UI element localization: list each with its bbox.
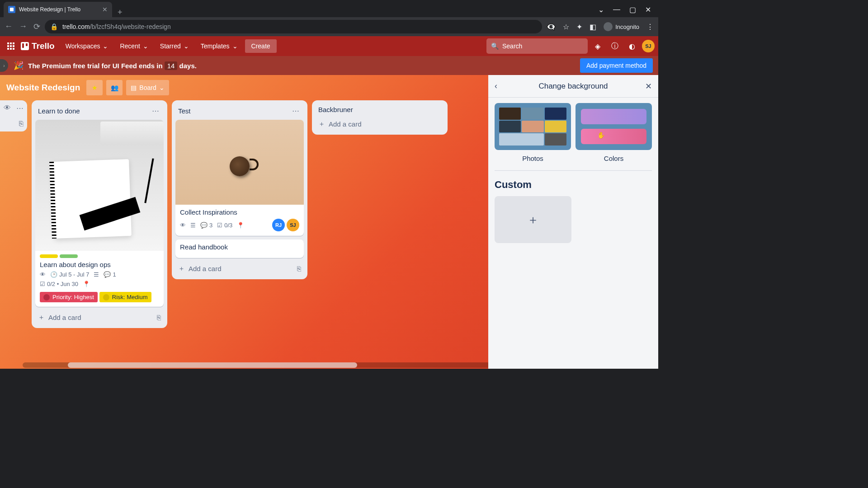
extensions-icon[interactable]: ✦ — [576, 23, 582, 31]
trello-favicon — [8, 6, 15, 13]
apps-switcher-icon[interactable] — [4, 39, 18, 53]
watch-icon: 👁 — [40, 271, 46, 278]
add-card-button[interactable]: ＋ Add a card⎘ — [175, 262, 304, 276]
maximize-icon[interactable]: ▢ — [629, 5, 636, 14]
list-title[interactable]: Backbruner — [318, 106, 441, 113]
card-title: Collect Inspirations — [180, 208, 299, 216]
cursor-icon: ✋ — [597, 131, 605, 139]
list-title[interactable]: Test — [178, 107, 290, 115]
bookmark-star-icon[interactable]: ☆ — [563, 23, 569, 31]
scrollbar-thumb[interactable] — [68, 362, 357, 368]
nav-templates[interactable]: Templates — [196, 40, 242, 52]
browser-menu-icon[interactable]: ⋮ — [646, 23, 654, 31]
list-test: Test ⋯ Collect Inspirations 👁 ☰ 💬 3 ☑ 0/… — [172, 100, 307, 279]
trello-logo-icon — [21, 42, 29, 50]
address-bar[interactable]: 🔒 trello.com/b/lzcfSh4q/website-redesign — [45, 20, 542, 33]
star-board-button[interactable]: ★ — [86, 80, 103, 95]
create-button[interactable]: Create — [245, 39, 277, 53]
banner-text: The Premium free trial for UI Feed ends … — [28, 62, 197, 70]
template-icon[interactable]: ⎘ — [297, 265, 301, 272]
minimize-icon[interactable]: — — [613, 5, 620, 14]
location-icon: 📍 — [237, 222, 244, 229]
panel-close-icon[interactable]: ✕ — [641, 81, 652, 91]
sidebar-expand-icon[interactable]: › — [0, 59, 8, 72]
workspace-visibility-button[interactable]: 👥 — [106, 80, 123, 95]
browser-tab[interactable]: Website Redesign | Trello ✕ — [4, 2, 112, 17]
sidepanel-icon[interactable]: ◧ — [590, 23, 596, 31]
member-avatar[interactable]: RJ — [272, 219, 285, 231]
member-avatar[interactable]: SJ — [287, 219, 299, 231]
template-icon[interactable]: ⎘ — [157, 314, 161, 321]
theme-icon[interactable]: ◐ — [625, 39, 639, 53]
background-photos-tile[interactable] — [495, 103, 571, 150]
help-icon[interactable]: ⓘ — [608, 39, 622, 53]
account-avatar[interactable]: SJ — [642, 40, 655, 52]
lock-icon: 🔒 — [50, 23, 58, 30]
reload-icon[interactable]: ⟳ — [33, 22, 40, 32]
checklist-badge: ☑ 0/2 • Jun 30 — [40, 281, 78, 287]
trello-header: Trello Workspaces Recent Starred Templat… — [0, 36, 658, 56]
card-title: Learn about design ops — [40, 261, 159, 268]
card-cover — [175, 120, 304, 205]
nav-starred[interactable]: Starred — [156, 40, 193, 52]
photos-collage-icon — [499, 108, 566, 145]
card-labels[interactable] — [40, 254, 159, 258]
incognito-icon — [604, 22, 613, 31]
panel-back-icon[interactable]: ‹ — [495, 81, 505, 91]
board-view-switcher[interactable]: ▤ Board ⌄ — [126, 80, 169, 95]
comments-badge: 💬 1 — [104, 271, 116, 278]
card-cover — [35, 120, 164, 251]
tab-close-icon[interactable]: ✕ — [102, 6, 108, 13]
watch-icon[interactable]: 👁 — [4, 104, 11, 113]
url-text: trello.com/b/lzcfSh4q/website-redesign — [62, 23, 171, 30]
search-icon: 🔍 — [491, 42, 499, 50]
board-view-icon: ▤ — [131, 84, 137, 91]
comments-badge: 💬 3 — [200, 222, 212, 229]
watch-icon: 👁 — [180, 222, 186, 229]
card-read-handbook[interactable]: Read handbook — [175, 239, 304, 258]
new-tab-button[interactable]: + — [112, 8, 128, 17]
location-icon: 📍 — [83, 281, 90, 287]
board-title[interactable]: Website Redesign — [6, 83, 80, 93]
description-icon: ☰ — [94, 271, 99, 278]
search-input[interactable]: 🔍 Search — [486, 38, 588, 54]
add-card-button[interactable]: ＋ Add a card⎘ — [35, 310, 164, 324]
celebrate-icon: 🎉 — [14, 61, 24, 70]
checklist-badge: ☑ 0/3 — [217, 222, 232, 229]
forward-icon[interactable]: → — [19, 22, 27, 32]
colors-preview: ✋ — [576, 103, 652, 150]
window-controls: ⌄ — ▢ ✕ — [591, 2, 658, 17]
add-payment-button[interactable]: Add payment method — [580, 58, 653, 73]
tracking-off-icon[interactable]: 👁‍🗨 — [547, 23, 556, 31]
description-icon: ☰ — [190, 222, 196, 229]
template-icon[interactable]: ⎘ — [19, 120, 24, 128]
notifications-icon[interactable]: ◈ — [590, 39, 605, 53]
list-menu-icon[interactable]: ⋯ — [16, 104, 24, 113]
browser-toolbar: ← → ⟳ 🔒 trello.com/b/lzcfSh4q/website-re… — [0, 17, 658, 36]
list-title[interactable]: Learn to done — [38, 107, 150, 115]
list-backbruner: Backbruner ＋ Add a card — [312, 100, 448, 135]
add-custom-background-button[interactable]: ＋ — [495, 196, 571, 243]
add-card-button[interactable]: ＋ Add a card — [316, 117, 444, 131]
custom-heading: Custom — [495, 179, 652, 191]
card-collect-inspirations[interactable]: Collect Inspirations 👁 ☰ 💬 3 ☑ 0/3 📍 RJ … — [175, 120, 304, 236]
custom-field-priority: Priority: Highest — [40, 292, 98, 302]
browser-tab-strip: Website Redesign | Trello ✕ + ⌄ — ▢ ✕ — [0, 0, 658, 17]
trello-logo[interactable]: Trello — [21, 41, 55, 51]
nav-recent[interactable]: Recent — [115, 40, 152, 52]
incognito-badge[interactable]: Incognito — [604, 22, 639, 31]
card-learn-design-ops[interactable]: Learn about design ops 👁 🕑 Jul 5 - Jul 7… — [35, 120, 164, 307]
close-window-icon[interactable]: ✕ — [645, 5, 651, 14]
tab-dropdown-icon[interactable]: ⌄ — [598, 5, 604, 14]
list-stub: 👁 ⋯ ⎘ — [0, 100, 27, 131]
nav-workspaces[interactable]: Workspaces — [61, 40, 113, 52]
chevron-down-icon: ⌄ — [159, 84, 165, 91]
back-icon[interactable]: ← — [5, 22, 13, 32]
list-learn-to-done: Learn to done ⋯ Learn about design ops 👁… — [32, 100, 167, 328]
dates-badge: 🕑 Jul 5 - Jul 7 — [50, 271, 89, 278]
colors-label: Colors — [576, 155, 652, 162]
background-colors-tile[interactable]: ✋ — [576, 103, 652, 150]
panel-title: Change background — [505, 82, 641, 91]
list-menu-icon[interactable]: ⋯ — [290, 106, 301, 116]
list-menu-icon[interactable]: ⋯ — [150, 106, 161, 116]
